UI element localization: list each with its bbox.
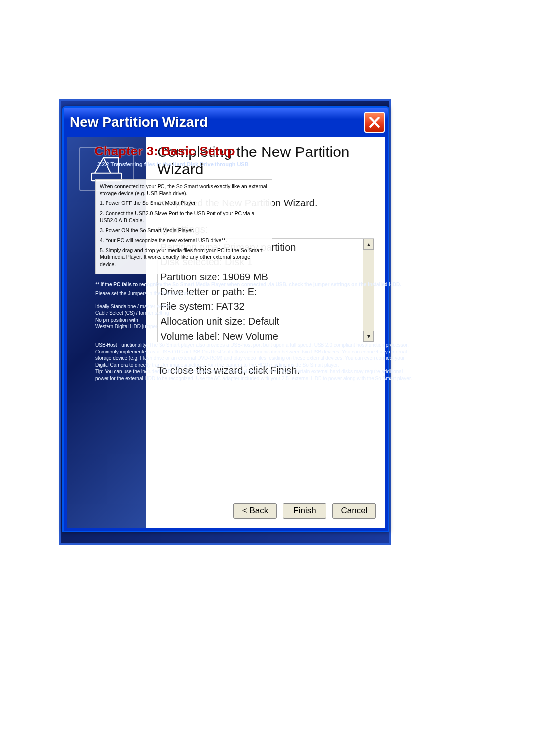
scroll-up-button[interactable]: ▴	[363, 239, 374, 250]
settings-scrollbar[interactable]: ▴ ▾	[363, 239, 374, 342]
wizard-sidebar-icon	[79, 147, 134, 191]
close-icon	[368, 116, 381, 129]
cancel-button[interactable]: Cancel	[332, 503, 376, 519]
wizard-close-hint: To close this wizard, click Finish.	[157, 365, 374, 376]
partition-icon	[89, 151, 124, 186]
setting-file-system: File system: FAT32	[160, 299, 360, 314]
finish-button[interactable]: Finish	[283, 503, 326, 519]
svg-rect-0	[91, 173, 121, 181]
wizard-main: Completing the New Partition Wizard comp…	[146, 137, 385, 528]
chevron-down-icon: ▾	[367, 333, 370, 340]
wizard-window: New Partition Wizard Completing the New …	[62, 106, 389, 532]
wizard-completed-line: completed the New Partition Wizard.	[157, 198, 374, 209]
settings-text: Partition type: Primary partition Disk s…	[158, 239, 363, 342]
button-divider	[146, 495, 385, 495]
window-title: New Partition Wizard	[70, 114, 208, 130]
chevron-up-icon: ▴	[367, 241, 370, 248]
setting-volume-label: Volume label: New Volume	[160, 329, 360, 342]
close-button[interactable]	[364, 112, 385, 133]
setting-partition-size: Partition size: 19069 MB	[160, 269, 360, 284]
setting-disk-selected: Disk selected: Disk 1	[160, 254, 360, 269]
wizard-heading: Completing the New Partition Wizard	[157, 144, 374, 178]
settings-listbox: Partition type: Primary partition Disk s…	[157, 238, 374, 342]
setting-partition-type: Partition type: Primary partition	[160, 240, 360, 254]
setting-alloc-size: Allocation unit size: Default	[160, 314, 360, 329]
back-button[interactable]: < Back	[233, 503, 277, 519]
scroll-track[interactable]	[363, 250, 374, 331]
setting-drive-letter: Drive letter or path: E:	[160, 284, 360, 299]
titlebar: New Partition Wizard	[64, 108, 388, 137]
wizard-settings-label: ng settings:	[157, 224, 374, 235]
wizard-button-row: < Back Finish Cancel	[233, 496, 376, 519]
scroll-down-button[interactable]: ▾	[363, 331, 374, 342]
wizard-sidebar	[67, 137, 146, 528]
wizard-body: Completing the New Partition Wizard comp…	[67, 137, 385, 528]
